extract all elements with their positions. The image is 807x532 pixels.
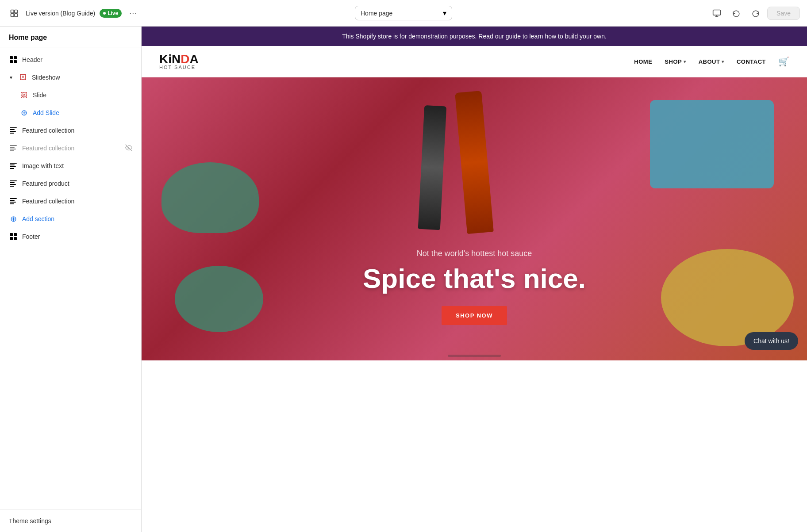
cart-icon[interactable]: 🛒 <box>778 56 789 67</box>
shop-caret: ▾ <box>684 59 686 64</box>
eye-off-icon <box>125 144 132 153</box>
add-slide-label: Add Slide <box>33 109 132 116</box>
svg-rect-1 <box>15 10 18 13</box>
sidebar-item-image-with-text[interactable]: Image with text <box>0 157 141 175</box>
nav-about[interactable]: ABOUT ▾ <box>699 58 724 65</box>
hero-subtitle: Not the world's hottest hot sauce <box>417 249 532 258</box>
theme-settings-label[interactable]: Theme settings <box>9 517 51 524</box>
svg-rect-3 <box>15 13 18 16</box>
featured-product-label: Featured product <box>22 180 132 187</box>
slideshow-label: Slideshow <box>32 74 132 81</box>
preview-area: This Shopify store is for demonstration … <box>142 27 807 532</box>
sidebar-footer: Theme settings <box>0 509 141 532</box>
sidebar-item-featured-collection-2[interactable]: Featured collection <box>0 139 141 157</box>
desktop-view-button[interactable] <box>709 5 725 21</box>
featured-product-icon <box>9 179 18 188</box>
redo-button[interactable] <box>748 5 764 21</box>
sidebar-item-slideshow[interactable]: ▼ 🖼 Slideshow <box>0 69 141 86</box>
chat-label: Chat with us! <box>753 337 789 344</box>
svg-rect-0 <box>11 10 14 13</box>
featured-collection-1-label: Featured collection <box>22 127 132 134</box>
add-section-icon: ⊕ <box>9 214 18 223</box>
featured-collection-1-icon <box>9 126 18 135</box>
top-bar: Live version (Blog Guide) Live ··· Home … <box>0 0 807 27</box>
collapse-arrow-icon: ▼ <box>9 75 13 80</box>
slideshow-icon: 🖼 <box>19 73 27 82</box>
image-with-text-icon <box>9 161 18 170</box>
undo-button[interactable] <box>728 5 744 21</box>
sidebar-items: Header ▼ 🖼 Slideshow 🖼 Slide ⊕ Add Slide <box>0 47 141 509</box>
hero-slideshow: Not the world's hottest hot sauce Spice … <box>142 77 807 360</box>
svg-rect-4 <box>713 10 721 15</box>
add-section-label: Add section <box>22 215 132 222</box>
sidebar-item-add-section[interactable]: ⊕ Add section <box>0 210 141 228</box>
footer-icon <box>9 232 18 241</box>
live-dot <box>103 12 106 15</box>
sidebar-item-footer[interactable]: Footer <box>0 228 141 245</box>
image-with-text-label: Image with text <box>22 162 132 169</box>
slide-icon: 🖼 <box>19 91 28 100</box>
store-logo: KiNDA HOT SAUCE <box>159 53 199 70</box>
about-caret: ▾ <box>722 59 724 64</box>
chevron-down-icon: ▾ <box>443 9 446 17</box>
live-badge: Live <box>100 9 122 18</box>
featured-collection-2-label: Featured collection <box>22 145 121 152</box>
slide-label: Slide <box>33 92 132 99</box>
announcement-bar: This Shopify store is for demonstration … <box>142 27 807 46</box>
top-bar-right: Save <box>457 5 800 21</box>
back-button[interactable] <box>7 6 21 20</box>
sidebar-item-label: Header <box>22 56 132 63</box>
main-layout: Home page Header ▼ 🖼 Slideshow 🖼 Slide <box>0 27 807 532</box>
grid-icon <box>9 55 18 64</box>
store-logo-sub: HOT SAUCE <box>159 65 199 70</box>
more-options-button[interactable]: ··· <box>126 6 140 20</box>
sidebar-item-add-slide[interactable]: ⊕ Add Slide <box>0 104 141 122</box>
sidebar-item-featured-collection-3[interactable]: Featured collection <box>0 192 141 210</box>
featured-collection-3-label: Featured collection <box>22 198 132 205</box>
nav-links: HOME SHOP ▾ ABOUT ▾ CONTACT 🛒 <box>634 56 789 67</box>
featured-collection-3-icon <box>9 197 18 206</box>
hero-cta-button[interactable]: SHOP NOW <box>442 306 507 325</box>
page-selector[interactable]: Home page ▾ <box>355 6 452 20</box>
sidebar: Home page Header ▼ 🖼 Slideshow 🖼 Slide <box>0 27 142 532</box>
sidebar-item-header[interactable]: Header <box>0 51 141 69</box>
sidebar-item-featured-product[interactable]: Featured product <box>0 175 141 192</box>
page-select-wrap: Home page ▾ <box>355 6 452 20</box>
featured-collection-2-icon <box>9 144 18 153</box>
live-label: Live <box>108 10 118 16</box>
hero-content: Not the world's hottest hot sauce Spice … <box>142 77 807 360</box>
preview-frame: This Shopify store is for demonstration … <box>142 27 807 532</box>
page-select-label: Home page <box>361 10 392 17</box>
version-label: Live version (Blog Guide) <box>26 10 95 17</box>
sidebar-item-featured-collection-1[interactable]: Featured collection <box>0 122 141 139</box>
top-bar-left: Live version (Blog Guide) Live ··· <box>7 6 350 20</box>
add-slide-icon: ⊕ <box>19 108 28 117</box>
chat-widget[interactable]: Chat with us! <box>745 332 798 350</box>
nav-shop[interactable]: SHOP ▾ <box>665 58 686 65</box>
nav-contact[interactable]: CONTACT <box>737 58 766 65</box>
save-button[interactable]: Save <box>767 7 800 20</box>
announcement-text: This Shopify store is for demonstration … <box>342 33 607 40</box>
nav-home[interactable]: HOME <box>634 58 652 65</box>
sidebar-title: Home page <box>0 27 141 47</box>
logo-dot: D <box>181 52 189 66</box>
hero-title: Spice that's nice. <box>363 264 586 294</box>
svg-rect-2 <box>11 13 14 16</box>
store-nav: KiNDA HOT SAUCE HOME SHOP ▾ ABOUT ▾ CONT… <box>142 46 807 77</box>
footer-label: Footer <box>22 233 132 240</box>
sidebar-item-slide[interactable]: 🖼 Slide <box>0 86 141 104</box>
